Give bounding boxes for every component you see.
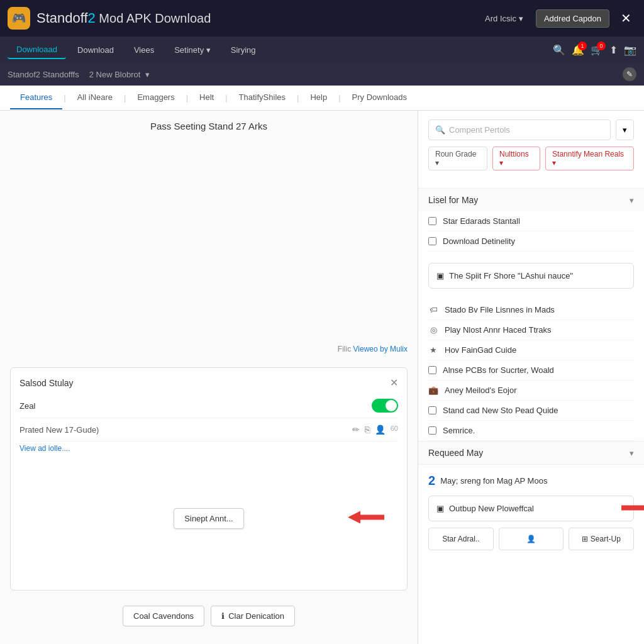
clar-button[interactable]: ℹ Clar Denication: [211, 606, 295, 626]
list-item-semrice: Semrice.: [428, 421, 634, 441]
search-dropdown[interactable]: ▾: [616, 119, 634, 140]
filic-link[interactable]: Vieweo by Mulix: [353, 345, 408, 353]
search-box[interactable]: 🔍 Compent Pertols: [428, 119, 611, 140]
prated-text: Prated New 17-Gude): [19, 425, 99, 435]
app-title: Standoff2 Mod APK Download: [36, 10, 479, 26]
nav-item-download[interactable]: Download: [69, 42, 123, 58]
play-icon: ◎: [428, 325, 438, 335]
icon-copy[interactable]: ⎘: [365, 425, 370, 435]
filter-stanntify[interactable]: Stanntify Mean Reals ▾: [545, 147, 634, 170]
upload-icon[interactable]: ⬆: [609, 44, 618, 56]
req-text: May; sreng fon Mag AP Moos: [440, 476, 547, 486]
app-header: 🎮 Standoff2 Mod APK Download Ard Icsic ▾…: [0, 0, 644, 36]
req-row: 2 May; sreng fon Mag AP Moos: [428, 474, 634, 488]
outbup-button[interactable]: ▣ Outbup New Ploweffcal: [428, 496, 634, 521]
checkbox-list: Star Edarads Stantall Download Detinelit…: [418, 211, 644, 252]
user-name: Ard Icsic ▾: [485, 14, 523, 23]
filter-row: Roun Grade ▾ Nulttions ▾ Stanntify Mean …: [428, 147, 634, 170]
extended-list: 🏷 Stado Bv File Lisnnes in Mads ◎ Play N…: [418, 300, 644, 441]
nav-icons: 🔍 🔔 1 🛒 0 ⬆ 📷: [553, 44, 636, 56]
svg-rect-2: [621, 505, 644, 510]
view-link[interactable]: View ad iolle....: [19, 441, 398, 455]
person-icon: 👤: [526, 535, 536, 543]
spiit-icon: ▣: [436, 271, 444, 280]
tab-features[interactable]: Features: [10, 86, 62, 109]
checkbox-semrice[interactable]: [428, 426, 436, 435]
filter-nulttions[interactable]: Nulttions ▾: [492, 147, 540, 170]
app-logo: 🎮: [8, 7, 30, 30]
zeal-label: Zeal: [19, 401, 35, 411]
sinept-arrow: [348, 508, 386, 529]
sinept-button[interactable]: Sinept Annt...: [174, 508, 243, 529]
cart-icon[interactable]: 🛒 0: [591, 44, 603, 56]
filter-roun[interactable]: Roun Grade ▾: [428, 147, 487, 170]
salsod-close[interactable]: ✕: [390, 377, 398, 389]
nav-item-sirying[interactable]: Sirying: [222, 42, 265, 58]
star-icon: ★: [428, 345, 438, 355]
spiit-button[interactable]: ▣ The Spiit Fr Shore "LAshui nauce": [428, 263, 634, 289]
filic-row: Filic Vieweo by Mulix: [10, 345, 408, 353]
tab-thatifyshiles[interactable]: ThatifyShiles: [229, 86, 296, 109]
navbar: Downloaad Download Viees Setinety ▾ Siry…: [0, 36, 644, 63]
checkbox-download-det[interactable]: [428, 237, 436, 245]
list-item-stand: Stand cad New Sto Pead Quide: [428, 401, 634, 421]
search-row: 🔍 Compent Pertols ▾: [428, 119, 634, 140]
nav-item-setinety[interactable]: Setinety ▾: [165, 42, 219, 58]
list-item-alnse: Alnse PCBs for Sucrter, Woald: [428, 360, 634, 380]
prated-icons: ✏ ⎘ 👤 60: [352, 425, 398, 435]
required-chevron[interactable]: ▾: [630, 448, 634, 458]
checkbox-alnse[interactable]: [428, 366, 436, 374]
prated-row: Prated New 17-Gude) ✏ ⎘ 👤 60: [19, 418, 398, 441]
checkbox-stand[interactable]: [428, 406, 436, 414]
notification-icon[interactable]: 🔔 1: [572, 44, 584, 56]
seartup-button[interactable]: ⊞ Seart-Up: [569, 528, 634, 550]
icon-pencil[interactable]: ✏: [352, 425, 360, 435]
big-btn-container: ▣ The Spiit Fr Shore "LAshui nauce": [418, 252, 644, 300]
outbup-icon: ▣: [436, 504, 444, 513]
left-panel: Pass Seeting Stand 27 Arks Filic Vieweo …: [0, 111, 418, 644]
star-adral-button[interactable]: Star Adral..: [428, 528, 494, 550]
salsod-title: Salsod Stulay: [19, 378, 74, 388]
tab-pry-downloads[interactable]: Pry Downloads: [342, 86, 417, 109]
zeal-toggle[interactable]: [372, 399, 398, 413]
lisel-chevron[interactable]: ▾: [630, 196, 634, 205]
icon-person[interactable]: 👤: [375, 425, 386, 435]
lisel-title: Lisel for May: [428, 195, 478, 205]
search-icon: 🔍: [435, 125, 445, 135]
breadcrumb: Standof2 Standofffs 2 New Blobrot ▾ ✎: [0, 63, 644, 86]
edit-button[interactable]: ✎: [623, 67, 636, 81]
required-section: 2 May; sreng fon Mag AP Moos ▣ Outbup Ne…: [418, 464, 644, 559]
nav-item-viees[interactable]: Viees: [125, 42, 163, 58]
tag-icon: 🏷: [428, 305, 438, 314]
svg-marker-0: [348, 511, 360, 524]
grid-icon: ⊞: [582, 535, 588, 543]
svg-rect-1: [360, 515, 384, 520]
coal-button[interactable]: Coal Cavendons: [123, 606, 204, 626]
search-section: 🔍 Compent Pertols ▾ Roun Grade ▾ Nulttio…: [418, 111, 644, 188]
list-item-stado: 🏷 Stado Bv File Lisnnes in Mads: [428, 300, 634, 320]
required-title: Requeed May: [428, 448, 483, 458]
lisel-header: Lisel for May ▾: [418, 188, 644, 211]
close-button[interactable]: ✕: [616, 8, 636, 28]
tab-emaggers[interactable]: Emaggers: [127, 86, 184, 109]
checkbox-star-edarads[interactable]: [428, 217, 436, 225]
search-icon[interactable]: 🔍: [553, 44, 565, 56]
tab-helt[interactable]: Helt: [189, 86, 224, 109]
nav-item-downloaad[interactable]: Downloaad: [8, 41, 66, 59]
outbup-arrow: [621, 498, 644, 519]
add-button[interactable]: Addred Capdon: [536, 9, 609, 28]
camera-icon[interactable]: 📷: [624, 44, 636, 56]
required-header: Requeed May ▾: [418, 441, 644, 464]
tab-help[interactable]: Help: [300, 86, 337, 109]
info-icon: ℹ: [221, 611, 225, 621]
right-panel: 🔍 Compent Pertols ▾ Roun Grade ▾ Nulttio…: [418, 111, 644, 644]
tabs-bar: Features | All iNeare | Emaggers | Helt …: [0, 86, 644, 111]
avatar-button[interactable]: 👤: [499, 528, 564, 550]
bottom-buttons: Coal Cavendons ℹ Clar Denication: [10, 598, 408, 634]
panel-title: Pass Seeting Stand 27 Arks: [10, 121, 408, 337]
list-item-aney: 💼 Aney Meilod's Eojor: [428, 380, 634, 401]
toggle-dot: [386, 400, 397, 411]
req-number: 2: [428, 474, 435, 488]
tab-all-ineare[interactable]: All iNeare: [67, 86, 123, 109]
notification-badge: 1: [578, 42, 587, 50]
